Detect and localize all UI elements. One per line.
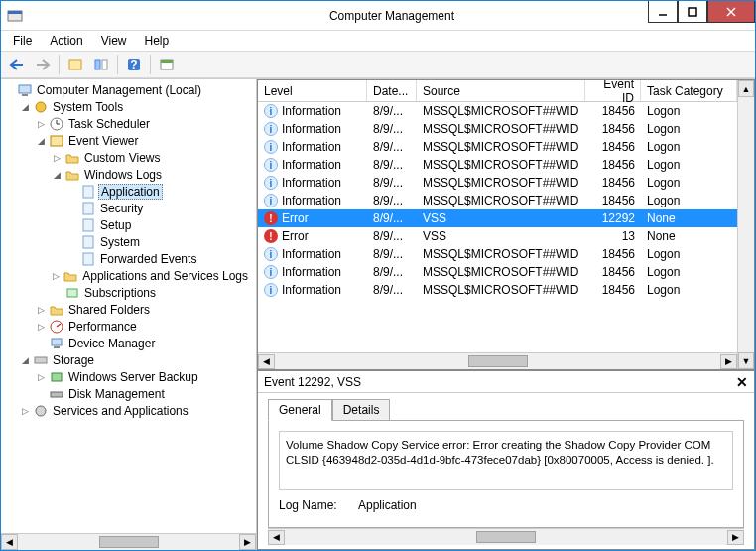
level-text: Information bbox=[282, 122, 341, 136]
scroll-thumb[interactable] bbox=[468, 355, 528, 367]
properties-button[interactable] bbox=[89, 54, 113, 75]
help-button[interactable]: ? bbox=[122, 54, 146, 75]
scroll-left-arrow[interactable]: ◀ bbox=[1, 534, 18, 550]
col-event-id[interactable]: Event ID bbox=[585, 80, 641, 101]
event-row[interactable]: iInformation8/9/...MSSQL$MICROSOFT##WID1… bbox=[258, 102, 737, 120]
event-row[interactable]: !Error8/9/...VSS13None bbox=[258, 227, 737, 245]
back-button[interactable] bbox=[5, 54, 29, 75]
scroll-left-arrow[interactable]: ◀ bbox=[268, 530, 285, 545]
tab-general[interactable]: General bbox=[268, 399, 332, 421]
tree-application[interactable]: Application bbox=[66, 183, 254, 200]
tree-disk-management[interactable]: Disk Management bbox=[35, 385, 254, 402]
svg-rect-30 bbox=[35, 357, 47, 363]
tree-label: Storage bbox=[51, 353, 96, 367]
scroll-right-arrow[interactable]: ▶ bbox=[239, 534, 256, 550]
tab-details[interactable]: Details bbox=[332, 399, 391, 421]
event-row[interactable]: iInformation8/9/...MSSQL$MICROSOFT##WID1… bbox=[258, 192, 737, 209]
close-button[interactable] bbox=[707, 1, 755, 23]
tree-subscriptions[interactable]: Subscriptions bbox=[51, 284, 254, 301]
event-row[interactable]: iInformation8/9/...MSSQL$MICROSOFT##WID1… bbox=[258, 263, 737, 281]
list-horizontal-scrollbar[interactable]: ◀ ▶ bbox=[258, 352, 737, 369]
tree-windows-logs[interactable]: ◢Windows Logs bbox=[51, 166, 254, 183]
tree-security[interactable]: Security bbox=[66, 200, 254, 216]
tree-root[interactable]: Computer Management (Local) bbox=[3, 81, 254, 98]
tree-forwarded-events[interactable]: Forwarded Events bbox=[66, 250, 254, 267]
scroll-left-arrow[interactable]: ◀ bbox=[258, 354, 275, 369]
minimize-button[interactable] bbox=[648, 1, 678, 23]
event-row[interactable]: iInformation8/9/...MSSQL$MICROSOFT##WID1… bbox=[258, 138, 737, 156]
event-row[interactable]: iInformation8/9/...MSSQL$MICROSOFT##WID1… bbox=[258, 156, 737, 174]
scroll-down-arrow[interactable]: ▼ bbox=[738, 352, 754, 369]
tree-server-backup[interactable]: ▷Windows Server Backup bbox=[35, 368, 254, 385]
expand-icon[interactable]: ▷ bbox=[35, 371, 47, 383]
col-date[interactable]: Date... bbox=[367, 80, 417, 101]
tree-event-viewer[interactable]: ◢Event Viewer bbox=[35, 132, 254, 149]
col-source[interactable]: Source bbox=[417, 80, 585, 101]
folder-icon bbox=[63, 268, 78, 284]
menu-view[interactable]: View bbox=[93, 32, 135, 50]
event-detail-pane: Event 12292, VSS ✕ General Details Volum… bbox=[258, 370, 754, 549]
expand-icon[interactable]: ▷ bbox=[19, 405, 31, 417]
source-cell: MSSQL$MICROSOFT##WID bbox=[417, 265, 585, 279]
svg-rect-28 bbox=[52, 339, 62, 345]
menu-help[interactable]: Help bbox=[137, 32, 178, 50]
date-cell: 8/9/... bbox=[367, 265, 417, 279]
tree-setup[interactable]: Setup bbox=[66, 216, 254, 233]
collapse-icon[interactable]: ◢ bbox=[19, 101, 31, 113]
show-hide-tree-button[interactable] bbox=[63, 54, 87, 75]
col-level[interactable]: Level bbox=[258, 80, 367, 101]
detail-close-button[interactable]: ✕ bbox=[736, 374, 748, 390]
expand-icon[interactable]: ▷ bbox=[51, 270, 61, 282]
scroll-thumb[interactable] bbox=[99, 536, 159, 548]
event-row[interactable]: !Error8/9/...VSS12292None bbox=[258, 209, 737, 227]
tree-task-scheduler[interactable]: ▷Task Scheduler bbox=[35, 115, 254, 132]
expand-icon[interactable]: ▷ bbox=[35, 304, 47, 316]
col-task-category[interactable]: Task Category bbox=[641, 80, 737, 101]
tree-label: Device Manager bbox=[66, 337, 157, 350]
tree-services-apps[interactable]: ▷Services and Applications bbox=[19, 402, 254, 419]
event-id-cell: 18456 bbox=[585, 122, 641, 136]
menu-action[interactable]: Action bbox=[42, 32, 90, 50]
expand-icon[interactable]: ▷ bbox=[35, 321, 47, 333]
tree-app-services-logs[interactable]: ▷Applications and Services Logs bbox=[51, 267, 254, 284]
list-vertical-scrollbar[interactable]: ▲ ▼ bbox=[737, 80, 754, 369]
tree-label: Disk Management bbox=[66, 387, 167, 401]
collapse-icon[interactable]: ◢ bbox=[51, 169, 63, 181]
tree-device-manager[interactable]: Device Manager bbox=[35, 335, 254, 351]
tree-horizontal-scrollbar[interactable]: ◀ ▶ bbox=[1, 533, 256, 550]
tree-system-tools[interactable]: ◢ System Tools bbox=[19, 98, 254, 115]
expand-icon[interactable]: ▷ bbox=[35, 118, 47, 130]
tree-performance[interactable]: ▷Performance bbox=[35, 318, 254, 335]
tree-system[interactable]: System bbox=[66, 233, 254, 250]
event-row[interactable]: iInformation8/9/...MSSQL$MICROSOFT##WID1… bbox=[258, 120, 737, 138]
svg-rect-23 bbox=[83, 236, 93, 248]
tree-shared-folders[interactable]: ▷Shared Folders bbox=[35, 301, 254, 318]
event-row[interactable]: iInformation8/9/...MSSQL$MICROSOFT##WID1… bbox=[258, 281, 737, 299]
scroll-up-arrow[interactable]: ▲ bbox=[738, 80, 754, 97]
detail-horizontal-scrollbar[interactable]: ◀ ▶ bbox=[268, 528, 744, 545]
expand-icon[interactable]: ▷ bbox=[51, 152, 63, 164]
svg-rect-7 bbox=[95, 60, 100, 69]
info-icon: i bbox=[264, 158, 278, 172]
tree-custom-views[interactable]: ▷Custom Views bbox=[51, 149, 254, 166]
event-row[interactable]: iInformation8/9/...MSSQL$MICROSOFT##WID1… bbox=[258, 174, 737, 192]
maximize-button[interactable] bbox=[678, 1, 707, 23]
forward-button[interactable] bbox=[31, 54, 55, 75]
console-tree[interactable]: Computer Management (Local) ◢ System Too… bbox=[1, 79, 256, 533]
scroll-right-arrow[interactable]: ▶ bbox=[720, 354, 737, 369]
action-pane-button[interactable] bbox=[155, 54, 179, 75]
collapse-icon[interactable]: ◢ bbox=[35, 135, 47, 147]
category-cell: Logon bbox=[641, 104, 737, 118]
subscriptions-icon bbox=[64, 285, 80, 301]
scroll-thumb[interactable] bbox=[476, 531, 536, 543]
event-row[interactable]: iInformation8/9/...MSSQL$MICROSOFT##WID1… bbox=[258, 245, 737, 263]
event-list[interactable]: iInformation8/9/...MSSQL$MICROSOFT##WID1… bbox=[258, 102, 737, 352]
expand-icon[interactable] bbox=[3, 84, 15, 96]
title-bar: Computer Management bbox=[1, 1, 755, 31]
collapse-icon[interactable]: ◢ bbox=[19, 354, 31, 366]
menu-file[interactable]: File bbox=[5, 32, 40, 50]
scroll-right-arrow[interactable]: ▶ bbox=[727, 530, 744, 545]
tree-storage[interactable]: ◢Storage bbox=[19, 351, 254, 368]
detail-tabs: General Details bbox=[258, 399, 754, 421]
date-cell: 8/9/... bbox=[367, 122, 417, 136]
